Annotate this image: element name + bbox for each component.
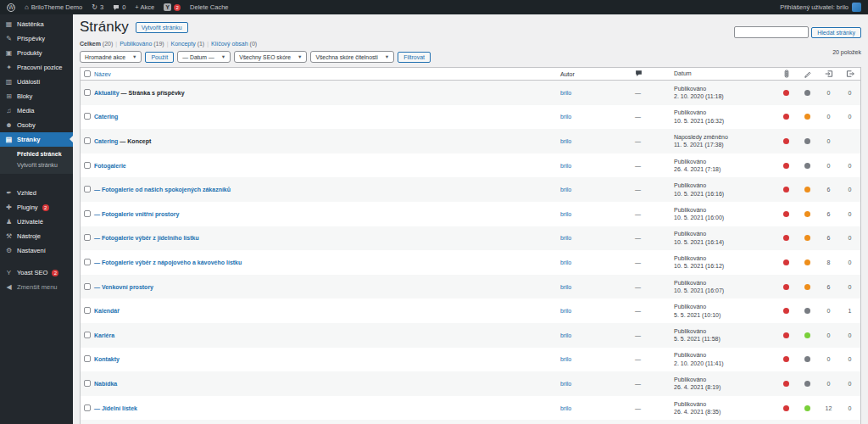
row-checkbox[interactable] (84, 210, 91, 217)
page-link[interactable]: Aktuality (94, 90, 120, 96)
row-checkbox[interactable] (84, 186, 91, 192)
row-checkbox[interactable] (84, 307, 91, 314)
row-checkbox[interactable] (84, 332, 91, 338)
sidebar-item-pluginy[interactable]: ✚Pluginy2 (0, 200, 73, 215)
page-link[interactable]: — Fotogalerie výběr z jídelního lístku (94, 235, 199, 241)
row-checkbox[interactable] (84, 380, 91, 387)
sidebar-item-vzhled[interactable]: ✒Vzhled (0, 186, 73, 200)
submenu-item-vytvo-it-str-nku[interactable]: Vytvořit stránku (0, 159, 73, 170)
count-link[interactable]: Klíčový obsah (0) (211, 41, 257, 47)
site-name-menu[interactable]: ⌂ BriloTheme Demo (25, 3, 82, 11)
row-checkbox[interactable] (84, 234, 91, 241)
search-input[interactable] (734, 26, 809, 38)
page-link[interactable]: Catering (94, 138, 118, 144)
page-link[interactable]: Kontakty (94, 356, 120, 362)
sidebar-item-produkty[interactable]: ▣Produkty (0, 46, 73, 60)
date-cell: Publikováno10. 5. 2021 (16:00) (674, 206, 776, 222)
column-header-date[interactable]: Datum (674, 70, 776, 78)
delete-cache-menu[interactable]: Delete Cache (190, 3, 228, 11)
author-link[interactable]: brilo (560, 211, 571, 217)
sidebar-item-n-stroje[interactable]: ⚒Nástroje (0, 229, 73, 243)
outgoing-links-count: 0 (839, 356, 860, 362)
author-link[interactable]: brilo (560, 187, 571, 192)
wordpress-menu[interactable]: W (7, 3, 15, 12)
sidebar-item-u-ivatel-[interactable]: ♟Uživatelé (0, 215, 73, 229)
sidebar-item-label: Bloky (17, 92, 32, 100)
bulk-actions-select[interactable]: Hromadné akce ▼ (80, 51, 142, 63)
row-checkbox[interactable] (84, 89, 91, 96)
sidebar-item-yoast-seo[interactable]: YYoast SEO2 (0, 265, 73, 280)
outgoing-links-count: 0 (839, 332, 860, 338)
row-checkbox[interactable] (84, 137, 91, 144)
page-link[interactable]: Kalendář (94, 308, 120, 314)
author-link[interactable]: brilo (560, 332, 571, 338)
main-content: Stránky Vytvořit stránku Hledat stránky … (73, 14, 868, 424)
author-link[interactable]: brilo (560, 90, 571, 96)
author-link[interactable]: brilo (560, 381, 571, 387)
new-content-menu[interactable]: + Akce (135, 3, 154, 11)
author-link[interactable]: brilo (560, 114, 571, 120)
updates-menu[interactable]: ↻ 3 (92, 3, 103, 11)
date-filter-select[interactable]: — Datum — ▼ (177, 51, 231, 63)
author-link[interactable]: brilo (560, 405, 571, 411)
incoming-links-count: 0 (818, 381, 839, 387)
select-all-checkbox[interactable] (84, 70, 91, 77)
yoast-menu[interactable]: Y 2 (164, 3, 181, 11)
readability-score-dot (804, 259, 810, 265)
site-name: BriloTheme Demo (31, 3, 82, 11)
page-link[interactable]: — Jídelní lístek (94, 405, 137, 411)
page-link[interactable]: Fotogalerie (94, 163, 126, 169)
page-link[interactable]: — Fotogalerie výběr z nápojového a kávov… (94, 259, 242, 265)
comments-cell: — (635, 90, 674, 96)
new-content-label: + Akce (135, 3, 154, 11)
author-link[interactable]: brilo (560, 284, 571, 290)
column-header-incoming-links (818, 70, 839, 78)
count-link[interactable]: Koncepty (1) (171, 41, 205, 47)
sidebar-item-m-dia[interactable]: ♫Média (0, 103, 73, 118)
sidebar-item-str-nky[interactable]: ▤Stránky (0, 132, 73, 147)
page-link[interactable]: Kariéra (94, 332, 114, 338)
author-link[interactable]: brilo (560, 308, 571, 314)
row-checkbox[interactable] (84, 404, 91, 411)
sidebar-item-p-sp-vky[interactable]: ✎Příspěvky (0, 31, 73, 46)
row-checkbox[interactable] (84, 355, 91, 362)
author-link[interactable]: brilo (560, 235, 571, 241)
author-link[interactable]: brilo (560, 163, 571, 169)
logged-in-user-menu[interactable]: Přihlášený uživatel: brilo (780, 3, 849, 11)
sidebar-item-n-st-nka[interactable]: ▦Nástěnka (0, 17, 73, 31)
row-checkbox[interactable] (84, 283, 91, 290)
page-link[interactable]: Nabídka (94, 381, 117, 387)
page-link[interactable]: Catering (94, 114, 118, 120)
sidebar-item-label: Události (17, 78, 40, 86)
comments-menu[interactable]: 0 (113, 3, 125, 11)
row-checkbox[interactable] (84, 259, 91, 265)
submenu-item-p-ehled-str-nek[interactable]: Přehled stránek (0, 148, 73, 159)
sidebar-item-osoby[interactable]: ☻Osoby (0, 118, 73, 132)
page-link[interactable]: — Venkovní prostory (94, 284, 153, 290)
row-checkbox[interactable] (84, 162, 91, 169)
readability-filter-select[interactable]: Všechna skóre čitelnosti ▼ (310, 51, 394, 63)
page-link[interactable]: — Fotogalerie od našich spokojených záka… (94, 187, 231, 192)
seo-score-filter-select[interactable]: Všechny SEO skóre ▼ (234, 51, 307, 63)
column-header-name[interactable]: Název (94, 71, 560, 77)
count-link[interactable]: Publikováno (19) (120, 41, 164, 47)
sidebar-item-bloky[interactable]: ⊞Bloky (0, 89, 73, 103)
row-checkbox[interactable] (84, 113, 91, 120)
sidebar-item-nastaven-[interactable]: ⚙Nastavení (0, 243, 73, 258)
search-button[interactable]: Hledat stránky (811, 27, 861, 38)
incoming-links-count: 0 (818, 332, 839, 338)
author-link[interactable]: brilo (560, 356, 571, 362)
author-link[interactable]: brilo (560, 138, 571, 144)
comments-cell: — (635, 284, 674, 290)
sidebar-item-ud-losti[interactable]: ▥Události (0, 75, 73, 89)
page-link[interactable]: — Fotogalerie vnitřní prostory (94, 211, 179, 217)
outgoing-links-count: 0 (839, 235, 860, 241)
filter-button[interactable]: Filtrovat (398, 52, 431, 63)
outgoing-links-count: 0 (839, 211, 860, 217)
apply-button[interactable]: Použít (145, 52, 174, 63)
sidebar-item-zmen-it-menu[interactable]: ◀Zmenšit menu (0, 280, 73, 294)
create-page-button[interactable]: Vytvořit stránku (136, 22, 188, 33)
sidebar-item-pracovn-pozice[interactable]: ✦Pracovní pozice (0, 60, 73, 75)
chevron-down-icon: ▼ (385, 54, 389, 59)
author-link[interactable]: brilo (560, 259, 571, 265)
